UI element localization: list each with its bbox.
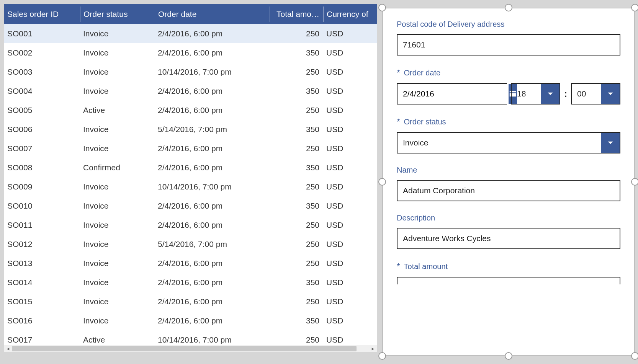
resize-handle-bottom-left[interactable] bbox=[378, 352, 386, 360]
cell-currency: USD bbox=[323, 163, 369, 172]
resize-handle-top-left[interactable] bbox=[378, 4, 386, 11]
required-marker-icon: * bbox=[397, 68, 400, 78]
cell-id: SO009 bbox=[4, 182, 80, 191]
cell-id: SO005 bbox=[4, 106, 80, 115]
hscroll-thumb[interactable] bbox=[12, 346, 357, 351]
table-row[interactable]: SO010Invoice2/4/2016, 6:00 pm350USD bbox=[4, 196, 377, 215]
description-input[interactable] bbox=[397, 228, 620, 249]
cell-amount: 250 bbox=[270, 220, 323, 230]
cell-date: 2/4/2016, 6:00 pm bbox=[155, 316, 270, 325]
cell-id: SO016 bbox=[4, 316, 80, 325]
cell-date: 2/4/2016, 6:00 pm bbox=[155, 144, 270, 153]
table-body[interactable]: SO001Invoice2/4/2016, 6:00 pm250USDSO002… bbox=[4, 24, 377, 345]
cell-amount: 250 bbox=[270, 29, 323, 38]
table-row[interactable]: SO006Invoice5/14/2016, 7:00 pm350USD bbox=[4, 120, 377, 139]
order-status-value: Invoice bbox=[398, 133, 601, 153]
cell-date: 2/4/2016, 6:00 pm bbox=[155, 106, 270, 115]
cell-currency: USD bbox=[323, 278, 369, 287]
required-marker-icon: * bbox=[397, 261, 400, 271]
total-amount-input[interactable] bbox=[397, 277, 620, 284]
cell-id: SO013 bbox=[4, 259, 80, 268]
resize-handle-bottom-mid[interactable] bbox=[505, 352, 512, 360]
order-minute-value: 00 bbox=[572, 84, 601, 104]
cell-id: SO001 bbox=[4, 29, 80, 38]
table-row[interactable]: SO012Invoice5/14/2016, 7:00 pm250USD bbox=[4, 235, 377, 254]
table-row[interactable]: SO002Invoice2/4/2016, 6:00 pm350USD bbox=[4, 43, 377, 62]
column-header-currency[interactable]: Currency of T bbox=[323, 7, 369, 22]
column-header-date[interactable]: Order date bbox=[155, 7, 270, 22]
time-separator: : bbox=[564, 88, 567, 99]
cell-id: SO011 bbox=[4, 220, 80, 230]
column-header-status[interactable]: Order status bbox=[80, 7, 155, 22]
resize-handle-bottom-right[interactable] bbox=[631, 352, 638, 360]
table-row[interactable]: SO016Invoice2/4/2016, 6:00 pm350USD bbox=[4, 311, 377, 330]
table-row[interactable]: SO013Invoice2/4/2016, 6:00 pm250USD bbox=[4, 254, 377, 273]
table-header-row: Sales order ID Order status Order date T… bbox=[4, 4, 377, 24]
cell-status: Invoice bbox=[80, 259, 155, 268]
postal-code-input[interactable] bbox=[397, 34, 620, 55]
cell-amount: 350 bbox=[270, 125, 323, 134]
cell-currency: USD bbox=[323, 29, 369, 38]
scroll-left-icon[interactable]: ◄ bbox=[5, 345, 11, 352]
cell-id: SO008 bbox=[4, 163, 80, 172]
cell-status: Active bbox=[80, 335, 155, 344]
order-date-field[interactable] bbox=[398, 84, 509, 104]
cell-id: SO002 bbox=[4, 48, 80, 57]
scroll-right-icon[interactable]: ► bbox=[370, 345, 376, 352]
cell-amount: 350 bbox=[270, 201, 323, 211]
cell-date: 2/4/2016, 6:00 pm bbox=[155, 297, 270, 306]
cell-status: Invoice bbox=[80, 125, 155, 134]
table-row[interactable]: SO001Invoice2/4/2016, 6:00 pm250USD bbox=[4, 24, 377, 43]
table-row[interactable]: SO008Confirmed2/4/2016, 6:00 pm350USD bbox=[4, 158, 377, 177]
name-label: Name bbox=[397, 166, 620, 175]
cell-id: SO007 bbox=[4, 144, 80, 153]
resize-handle-mid-left[interactable] bbox=[378, 178, 386, 186]
chevron-down-icon[interactable] bbox=[601, 84, 620, 104]
cell-id: SO004 bbox=[4, 87, 80, 96]
table-row[interactable]: SO003Invoice10/14/2016, 7:00 pm250USD bbox=[4, 62, 377, 82]
table-row[interactable]: SO014Invoice2/4/2016, 6:00 pm350USD bbox=[4, 273, 377, 292]
resize-handle-top-right[interactable] bbox=[631, 4, 638, 11]
table-row[interactable]: SO017Active10/14/2016, 7:00 pm250USD bbox=[4, 330, 377, 345]
cell-currency: USD bbox=[323, 259, 369, 268]
order-status-dropdown[interactable]: Invoice bbox=[397, 132, 620, 153]
name-input[interactable] bbox=[397, 180, 620, 201]
table-row[interactable]: SO004Invoice2/4/2016, 6:00 pm350USD bbox=[4, 82, 377, 101]
table-row[interactable]: SO015Invoice2/4/2016, 6:00 pm250USD bbox=[4, 292, 377, 311]
cell-status: Invoice bbox=[80, 182, 155, 191]
cell-currency: USD bbox=[323, 201, 369, 211]
cell-amount: 350 bbox=[270, 48, 323, 57]
resize-handle-mid-right[interactable] bbox=[631, 178, 638, 186]
horizontal-scrollbar[interactable]: ◄ ► bbox=[4, 345, 377, 352]
cell-date: 2/4/2016, 6:00 pm bbox=[155, 29, 270, 38]
cell-date: 5/14/2016, 7:00 pm bbox=[155, 125, 270, 134]
table-row[interactable]: SO009Invoice10/14/2016, 7:00 pm250USD bbox=[4, 177, 377, 196]
cell-status: Invoice bbox=[80, 48, 155, 57]
cell-amount: 250 bbox=[270, 335, 323, 344]
cell-date: 2/4/2016, 6:00 pm bbox=[155, 278, 270, 287]
resize-handle-top-mid[interactable] bbox=[505, 4, 512, 11]
column-header-amount[interactable]: Total amo… bbox=[270, 7, 323, 22]
order-hour-dropdown[interactable]: 18 bbox=[511, 83, 560, 104]
table-row[interactable]: SO007Invoice2/4/2016, 6:00 pm250USD bbox=[4, 139, 377, 158]
cell-date: 2/4/2016, 6:00 pm bbox=[155, 201, 270, 211]
cell-date: 2/4/2016, 6:00 pm bbox=[155, 220, 270, 230]
cell-currency: USD bbox=[323, 297, 369, 306]
order-minute-dropdown[interactable]: 00 bbox=[571, 83, 620, 104]
column-header-id[interactable]: Sales order ID bbox=[4, 7, 80, 22]
cell-date: 10/14/2016, 7:00 pm bbox=[155, 67, 270, 77]
cell-currency: USD bbox=[323, 220, 369, 230]
cell-currency: USD bbox=[323, 182, 369, 191]
cell-status: Invoice bbox=[80, 201, 155, 211]
cell-amount: 350 bbox=[270, 87, 323, 96]
cell-id: SO006 bbox=[4, 125, 80, 134]
table-row[interactable]: SO005Active2/4/2016, 6:00 pm250USD bbox=[4, 101, 377, 120]
chevron-down-icon[interactable] bbox=[601, 133, 620, 153]
order-hour-value: 18 bbox=[512, 84, 541, 104]
cell-amount: 250 bbox=[270, 67, 323, 77]
cell-id: SO014 bbox=[4, 278, 80, 287]
chevron-down-icon[interactable] bbox=[541, 84, 559, 104]
order-date-input[interactable] bbox=[397, 83, 507, 104]
cell-status: Invoice bbox=[80, 220, 155, 230]
table-row[interactable]: SO011Invoice2/4/2016, 6:00 pm250USD bbox=[4, 215, 377, 235]
